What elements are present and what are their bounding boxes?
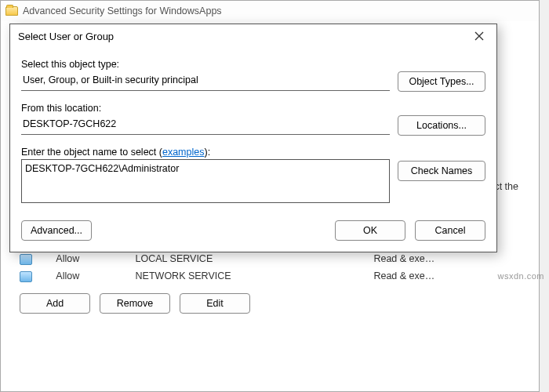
cancel-button[interactable]: Cancel <box>415 220 485 241</box>
cell-type: Allow <box>49 251 129 268</box>
object-name-label: Enter the object name to select (example… <box>21 147 485 158</box>
table-row[interactable]: AllowNETWORK SERVICERead & exe… <box>13 267 526 285</box>
object-type-field <box>21 71 390 91</box>
cell-type: Allow <box>49 267 129 285</box>
close-icon[interactable] <box>468 27 490 45</box>
cell-principal: NETWORK SERVICE <box>129 267 368 285</box>
folder-icon <box>5 6 18 16</box>
dialog-titlebar[interactable]: Select User or Group <box>10 24 496 48</box>
watermark-text: wsxdn.com <box>497 271 544 281</box>
edit-button[interactable]: Edit <box>180 293 250 314</box>
group-icon <box>20 271 32 282</box>
cell-access: Read & exe… <box>367 251 526 268</box>
parent-titlebar: Advanced Security Settings for WindowsAp… <box>1 1 539 21</box>
table-row[interactable]: AllowLOCAL SERVICERead & exe… <box>13 251 526 268</box>
parent-window-title: Advanced Security Settings for WindowsAp… <box>23 5 222 16</box>
ok-button[interactable]: OK <box>335 220 405 241</box>
locations-button[interactable]: Locations... <box>398 115 485 136</box>
group-icon <box>20 254 32 265</box>
remove-button[interactable]: Remove <box>100 293 170 314</box>
add-button[interactable]: Add <box>20 293 90 314</box>
location-label: From this location: <box>21 103 485 114</box>
object-type-label: Select this object type: <box>21 59 485 70</box>
object-types-button[interactable]: Object Types... <box>398 71 485 92</box>
object-name-input[interactable] <box>21 159 390 203</box>
dialog-title: Select User or Group <box>18 31 114 42</box>
check-names-button[interactable]: Check Names <box>398 161 485 181</box>
location-field <box>21 115 390 135</box>
cell-principal: LOCAL SERVICE <box>129 251 368 268</box>
examples-link[interactable]: examples <box>162 147 205 158</box>
object-name-label-prefix: Enter the object name to select ( <box>21 147 162 158</box>
advanced-button[interactable]: Advanced... <box>21 220 92 241</box>
select-user-dialog: Select User or Group Select this object … <box>9 24 497 252</box>
object-name-label-suffix: ): <box>204 147 210 158</box>
